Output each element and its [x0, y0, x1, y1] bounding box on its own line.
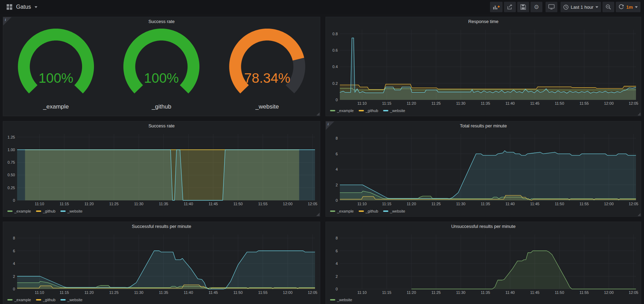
resize-handle[interactable] — [316, 213, 320, 216]
resize-handle[interactable] — [637, 213, 641, 216]
svg-text:11:40: 11:40 — [505, 101, 515, 105]
share-button[interactable] — [504, 2, 516, 12]
svg-text:6: 6 — [13, 249, 15, 253]
settings-button[interactable]: ⚙ — [530, 2, 542, 12]
panel-response-time: Response time 00.20.40.60.811:1011:1511:… — [325, 17, 641, 116]
gauge-arc: 100% — [3, 27, 109, 103]
legend-label: _example — [14, 209, 31, 213]
svg-text:11:40: 11:40 — [505, 202, 515, 206]
svg-text:11:50: 11:50 — [555, 290, 564, 295]
svg-text:11:55: 11:55 — [579, 290, 589, 295]
svg-text:0.50: 0.50 — [8, 173, 15, 177]
monitor-icon — [548, 4, 555, 10]
svg-text:2: 2 — [13, 274, 15, 279]
legend-item[interactable]: _github — [359, 209, 378, 213]
zoom-out-icon — [606, 4, 611, 10]
svg-text:12:05: 12:05 — [629, 202, 638, 206]
save-icon — [520, 4, 526, 10]
panel-info-corner[interactable] — [326, 121, 334, 130]
add-panel-icon — [493, 4, 500, 10]
svg-text:11:25: 11:25 — [109, 202, 119, 206]
svg-text:11:30: 11:30 — [456, 290, 466, 295]
panel-info-corner[interactable] — [3, 17, 12, 25]
svg-text:11:55: 11:55 — [579, 202, 589, 206]
refresh-button[interactable]: 1m — [616, 2, 641, 12]
legend: _example_github_website — [330, 208, 405, 214]
time-range-button[interactable]: Last 1 hour — [561, 2, 601, 12]
navbar-actions: ⚙ Last 1 hour — [490, 2, 641, 12]
total-results-chart[interactable]: 0246811:1011:1511:2011:2511:3011:3511:40… — [327, 131, 639, 207]
chart-area: 00.250.500.751.001.2511:1011:1511:2011:2… — [5, 131, 318, 207]
gauge-arc: 78.34% — [214, 27, 320, 103]
svg-text:100%: 100% — [38, 71, 73, 86]
legend-item[interactable]: _example — [7, 209, 31, 213]
svg-text:11:20: 11:20 — [407, 101, 416, 105]
svg-text:4: 4 — [13, 261, 15, 266]
legend-item[interactable]: _website — [383, 209, 405, 213]
svg-text:0: 0 — [13, 287, 15, 291]
legend-item[interactable]: _example — [330, 109, 354, 113]
svg-text:11:10: 11:10 — [357, 290, 367, 295]
svg-text:11:10: 11:10 — [357, 101, 367, 105]
svg-text:11:40: 11:40 — [505, 290, 515, 295]
svg-text:11:15: 11:15 — [60, 202, 69, 206]
svg-text:11:45: 11:45 — [530, 202, 540, 206]
chart-area: 0246811:1011:1511:2011:2511:3011:3511:40… — [5, 231, 318, 295]
legend-label: _website — [337, 298, 352, 302]
svg-text:11:30: 11:30 — [134, 202, 144, 206]
gauge-arc: 100% — [109, 27, 214, 103]
svg-text:2: 2 — [336, 274, 338, 279]
svg-text:11:40: 11:40 — [184, 290, 193, 295]
success-rate-chart[interactable]: 00.250.500.751.001.2511:1011:1511:2011:2… — [5, 131, 318, 207]
legend-swatch — [7, 210, 13, 212]
svg-text:8: 8 — [336, 136, 338, 140]
svg-text:11:50: 11:50 — [233, 290, 243, 295]
svg-text:11:55: 11:55 — [258, 202, 268, 206]
add-panel-button[interactable] — [490, 2, 503, 12]
legend-item[interactable]: _example — [330, 209, 354, 213]
svg-text:11:15: 11:15 — [382, 101, 391, 105]
info-icon: i — [328, 122, 329, 126]
svg-text:11:35: 11:35 — [481, 290, 490, 295]
legend-label: _example — [337, 209, 354, 213]
svg-text:12:00: 12:00 — [604, 290, 614, 295]
panel-title[interactable]: Success rate — [3, 121, 320, 131]
legend-label: _website — [390, 209, 405, 213]
legend-item[interactable]: _github — [36, 298, 56, 302]
resize-handle[interactable] — [637, 112, 641, 116]
cycle-view-button[interactable] — [546, 2, 557, 12]
legend-item[interactable]: _github — [359, 109, 378, 113]
svg-text:11:45: 11:45 — [530, 290, 540, 295]
panel-success-rate-line: Success rate 00.250.500.751.001.2511:101… — [3, 121, 320, 217]
dashboard-title-button[interactable]: Gatus — [6, 4, 37, 10]
legend-swatch — [383, 110, 388, 111]
panel-title[interactable]: Response time — [326, 17, 641, 26]
svg-text:0.6: 0.6 — [332, 48, 338, 52]
panel-title[interactable]: Successful results per minute — [3, 222, 320, 231]
response-time-chart[interactable]: 00.20.40.60.811:1011:1511:2011:2511:3011… — [327, 26, 639, 106]
panel-total-results: i Total results per minute 0246811:1011:… — [325, 121, 641, 217]
legend-item[interactable]: _example — [7, 298, 31, 302]
svg-text:12:05: 12:05 — [308, 202, 317, 206]
panel-title[interactable]: Total results per minute — [326, 121, 641, 131]
legend-item[interactable]: _website — [330, 298, 352, 302]
unsuccessful-results-chart[interactable]: 0246811:1011:1511:2011:2511:3011:3511:40… — [327, 231, 639, 295]
gauge-github: 100% _github — [109, 27, 214, 114]
legend: _example_github_website — [7, 297, 82, 303]
gauge-label: _website — [214, 103, 320, 114]
save-button[interactable] — [517, 2, 529, 12]
zoom-out-button[interactable] — [602, 2, 614, 12]
panel-unsuccessful-results: Unsuccessful results per minute 0246811:… — [325, 222, 641, 304]
legend-item[interactable]: _website — [60, 209, 82, 213]
legend-item[interactable]: _github — [36, 209, 56, 213]
successful-results-chart[interactable]: 0246811:1011:1511:2011:2511:3011:3511:40… — [5, 231, 318, 295]
svg-text:11:10: 11:10 — [357, 202, 367, 206]
svg-text:11:30: 11:30 — [456, 202, 466, 206]
resize-handle[interactable] — [316, 112, 320, 116]
legend-swatch — [330, 299, 335, 301]
svg-text:11:40: 11:40 — [184, 202, 193, 206]
legend-item[interactable]: _website — [60, 298, 82, 302]
panel-title[interactable]: Success rate — [3, 17, 320, 26]
panel-title[interactable]: Unsuccessful results per minute — [326, 222, 641, 231]
legend-item[interactable]: _website — [383, 109, 405, 113]
